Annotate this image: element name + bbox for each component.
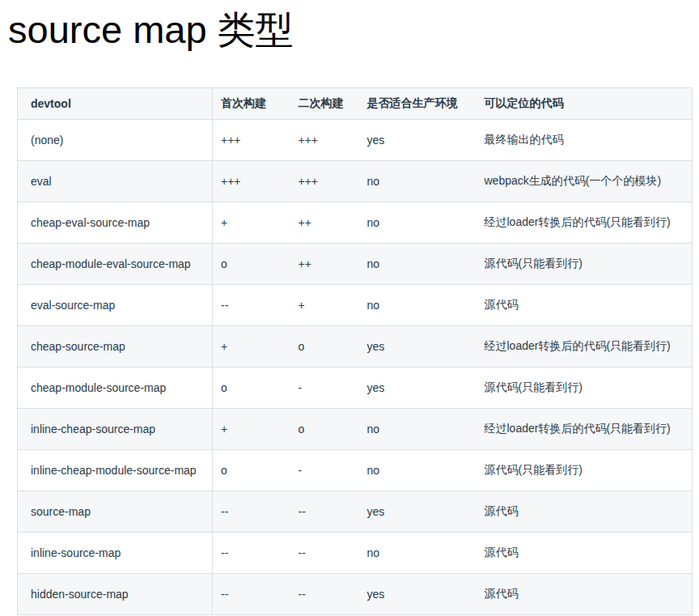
table-header: devtool 首次构建 二次构建 是否适合生产环境 可以定位的代码 <box>18 88 693 120</box>
cell-devtool: eval <box>18 161 213 202</box>
column-header-first-build: 首次构建 <box>213 88 290 120</box>
table-row: inline-cheap-module-source-map o - no 源代… <box>18 450 693 491</box>
cell-rebuild: +++ <box>290 120 359 161</box>
table-row: cheap-source-map + o yes 经过loader转换后的代码(… <box>18 326 693 367</box>
cell-production: no <box>359 161 477 202</box>
cell-production: yes <box>359 491 477 533</box>
cell-mapped-code: 最终输出的代码 <box>477 120 693 161</box>
cell-mapped-code: 源代码(只能看到行) <box>477 450 693 491</box>
cell-first-build: -- <box>213 533 290 574</box>
cell-rebuild: o <box>290 409 359 450</box>
cell-mapped-code: 源代码(只能看到行) <box>477 367 693 409</box>
table-row: (none) +++ +++ yes 最终输出的代码 <box>18 120 693 161</box>
sourcemap-table-container: devtool 首次构建 二次构建 是否适合生产环境 可以定位的代码 (none… <box>17 87 692 615</box>
cell-first-build: + <box>213 409 290 450</box>
table-row: eval +++ +++ no webpack生成的代码(一个个的模块) <box>18 161 693 202</box>
cell-production: yes <box>359 120 477 161</box>
cell-rebuild: -- <box>290 491 359 533</box>
cell-mapped-code: 源代码 <box>477 285 693 326</box>
column-header-production: 是否适合生产环境 <box>359 88 477 120</box>
cell-first-build: +++ <box>213 161 290 202</box>
column-header-devtool: devtool <box>18 88 213 120</box>
cell-rebuild: + <box>290 285 359 326</box>
cell-production: yes <box>359 367 477 409</box>
cell-devtool: cheap-module-source-map <box>18 367 213 409</box>
table-row: cheap-module-source-map o - yes 源代码(只能看到… <box>18 367 693 409</box>
cell-production: no <box>359 533 477 574</box>
cell-first-build: +++ <box>213 120 290 161</box>
page: { "page": { "title": "source map 类型" }, … <box>0 0 699 616</box>
cell-mapped-code: 经过loader转换后的代码(只能看到行) <box>477 202 693 244</box>
cell-rebuild: -- <box>290 574 359 615</box>
cell-devtool: source-map <box>18 491 213 533</box>
cell-rebuild: - <box>290 450 359 491</box>
cell-production: no <box>359 409 477 450</box>
cell-devtool: cheap-eval-source-map <box>18 202 213 244</box>
column-header-mapped-code: 可以定位的代码 <box>477 88 693 120</box>
table-row: inline-cheap-source-map + o no 经过loader转… <box>18 409 693 450</box>
cell-rebuild: - <box>290 367 359 409</box>
table-row: inline-source-map -- -- no 源代码 <box>18 533 693 574</box>
cell-rebuild: o <box>290 326 359 367</box>
cell-mapped-code: webpack生成的代码(一个个的模块) <box>477 161 693 202</box>
table-row: cheap-eval-source-map + ++ no 经过loader转换… <box>18 202 693 244</box>
sourcemap-table: devtool 首次构建 二次构建 是否适合生产环境 可以定位的代码 (none… <box>17 87 693 615</box>
cell-first-build: + <box>213 202 290 244</box>
cell-devtool: cheap-source-map <box>18 326 213 367</box>
cell-devtool: eval-source-map <box>18 285 213 326</box>
page-title: source map 类型 <box>8 6 294 54</box>
cell-first-build: -- <box>213 491 290 533</box>
cell-first-build: o <box>213 450 290 491</box>
cell-devtool: cheap-module-eval-source-map <box>18 244 213 285</box>
cell-production: no <box>359 202 477 244</box>
cell-devtool: inline-source-map <box>18 533 213 574</box>
cell-devtool: hidden-source-map <box>18 574 213 615</box>
column-header-rebuild: 二次构建 <box>290 88 359 120</box>
cell-mapped-code: 经过loader转换后的代码(只能看到行) <box>477 409 693 450</box>
cell-rebuild: ++ <box>290 202 359 244</box>
cell-production: yes <box>359 326 477 367</box>
cell-mapped-code: 源代码(只能看到行) <box>477 244 693 285</box>
table-row: cheap-module-eval-source-map o ++ no 源代码… <box>18 244 693 285</box>
cell-rebuild: -- <box>290 533 359 574</box>
cell-first-build: + <box>213 326 290 367</box>
cell-mapped-code: 经过loader转换后的代码(只能看到行) <box>477 326 693 367</box>
cell-devtool: inline-cheap-module-source-map <box>18 450 213 491</box>
cell-rebuild: ++ <box>290 244 359 285</box>
cell-production: no <box>359 285 477 326</box>
table-row: eval-source-map -- + no 源代码 <box>18 285 693 326</box>
table-header-row: devtool 首次构建 二次构建 是否适合生产环境 可以定位的代码 <box>18 88 693 120</box>
table-body: (none) +++ +++ yes 最终输出的代码 eval +++ +++ … <box>18 120 693 615</box>
cell-mapped-code: 源代码 <box>477 491 693 533</box>
cell-mapped-code: 源代码 <box>477 533 693 574</box>
table-row: hidden-source-map -- -- yes 源代码 <box>18 574 693 615</box>
cell-devtool: (none) <box>18 120 213 161</box>
cell-devtool: inline-cheap-source-map <box>18 409 213 450</box>
table-row: source-map -- -- yes 源代码 <box>18 491 693 533</box>
cell-production: no <box>359 450 477 491</box>
cell-rebuild: +++ <box>290 161 359 202</box>
cell-mapped-code: 源代码 <box>477 574 693 615</box>
cell-first-build: o <box>213 367 290 409</box>
cell-first-build: -- <box>213 574 290 615</box>
cell-first-build: -- <box>213 285 290 326</box>
cell-production: no <box>359 244 477 285</box>
cell-first-build: o <box>213 244 290 285</box>
cell-production: yes <box>359 574 477 615</box>
